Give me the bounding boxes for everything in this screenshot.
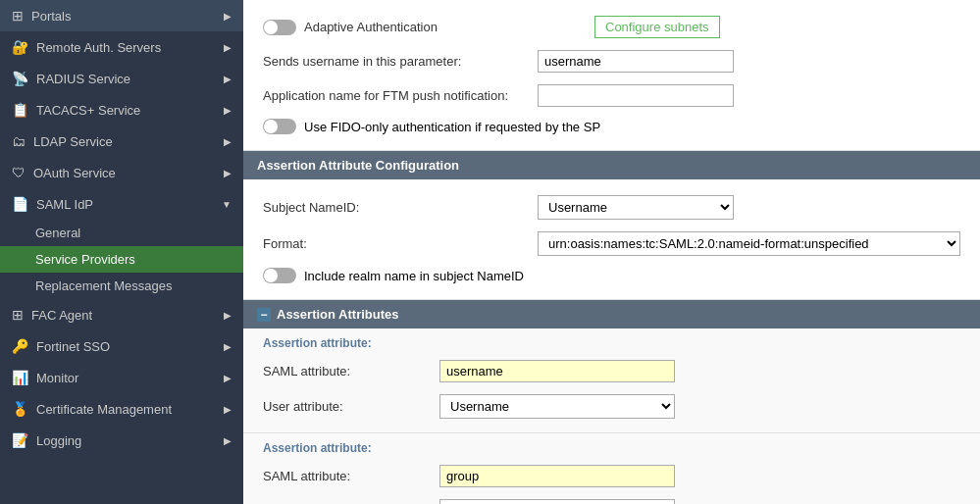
subject-nameid-row: Subject NameID: Username Email Custom bbox=[263, 189, 960, 226]
sidebar-item-logging[interactable]: 📝 Logging ▶ bbox=[0, 425, 243, 456]
sidebar-item-monitor[interactable]: 📊 Monitor ▶ bbox=[0, 362, 243, 393]
assertion-attr-1-block: Assertion attribute: SAML attribute: Use… bbox=[243, 328, 980, 433]
sidebar-item-label: TACACS+ Service bbox=[36, 103, 140, 118]
assertion-attr-1-label: Assertion attribute: bbox=[263, 336, 960, 354]
fido-toggle[interactable] bbox=[263, 119, 296, 134]
format-label: Format: bbox=[263, 236, 538, 251]
top-settings-block: Adaptive Authentication Configure subnet… bbox=[243, 0, 980, 151]
assertion-attrs-header-text: Assertion Attributes bbox=[277, 307, 398, 322]
saml-attr-2-row: SAML attribute: bbox=[263, 459, 960, 493]
chevron-right-icon: ▶ bbox=[224, 341, 232, 352]
sends-username-input[interactable] bbox=[538, 50, 734, 73]
subject-nameid-select[interactable]: Username Email Custom bbox=[538, 195, 734, 220]
sidebar-item-certificate-management[interactable]: 🏅 Certificate Management ▶ bbox=[0, 393, 243, 425]
sidebar: ⊞ Portals ▶ 🔐 Remote Auth. Servers ▶ 📡 R… bbox=[0, 0, 243, 504]
user-attr-1-select[interactable]: Username Email Group bbox=[439, 394, 675, 419]
sidebar-item-label: Certificate Management bbox=[36, 402, 172, 417]
sidebar-item-label: Replacement Messages bbox=[35, 278, 172, 293]
chevron-right-icon: ▶ bbox=[224, 105, 232, 116]
sidebar-item-label: General bbox=[35, 226, 80, 240]
include-realm-label: Include realm name in subject NameID bbox=[304, 269, 524, 283]
saml-icon: 📄 bbox=[12, 196, 28, 212]
fac-icon: ⊞ bbox=[12, 307, 24, 323]
toggle-thumb-realm bbox=[264, 269, 278, 282]
toggle-track-realm bbox=[263, 268, 296, 283]
user-attr-1-row: User attribute: Username Email Group bbox=[263, 388, 960, 425]
include-realm-toggle[interactable] bbox=[263, 268, 296, 283]
sidebar-item-replacement-messages[interactable]: Replacement Messages bbox=[0, 273, 243, 299]
logging-icon: 📝 bbox=[12, 432, 28, 448]
adaptive-auth-toggle[interactable] bbox=[263, 20, 296, 35]
sidebar-item-label: Fortinet SSO bbox=[36, 339, 110, 354]
radius-icon: 📡 bbox=[12, 71, 28, 86]
remote-auth-icon: 🔐 bbox=[12, 39, 28, 55]
monitor-icon: 📊 bbox=[12, 370, 28, 385]
sidebar-item-label: OAuth Service bbox=[33, 166, 116, 180]
cert-icon: 🏅 bbox=[12, 401, 28, 417]
fido-row: Use FIDO-only authentication if requeste… bbox=[263, 113, 960, 140]
sidebar-item-saml-idp[interactable]: 📄 SAML IdP ▼ bbox=[0, 188, 243, 220]
assertion-attr-2-label: Assertion attribute: bbox=[263, 441, 960, 459]
sidebar-item-label: Service Providers bbox=[35, 252, 135, 267]
sends-username-label: Sends username in this parameter: bbox=[263, 54, 538, 69]
toggle-thumb-fido bbox=[264, 120, 278, 133]
saml-attr-1-input[interactable] bbox=[439, 360, 675, 382]
adaptive-auth-row: Adaptive Authentication Configure subnet… bbox=[263, 10, 960, 44]
saml-attr-1-row: SAML attribute: bbox=[263, 354, 960, 388]
tacacs-icon: 📋 bbox=[12, 102, 28, 118]
sidebar-item-label: RADIUS Service bbox=[36, 72, 130, 86]
chevron-right-icon: ▶ bbox=[224, 373, 232, 383]
configure-subnets-button[interactable]: Configure subnets bbox=[594, 16, 720, 38]
user-attr-2-row: User attribute: Group Username Email bbox=[263, 493, 960, 504]
fido-label: Use FIDO-only authentication if requeste… bbox=[304, 120, 600, 134]
toggle-track-fido bbox=[263, 119, 296, 134]
user-attr-1-label: User attribute: bbox=[263, 399, 439, 414]
user-attr-2-select[interactable]: Group Username Email bbox=[439, 499, 675, 504]
app-name-input[interactable] bbox=[538, 84, 734, 107]
format-select[interactable]: urn:oasis:names:tc:SAML:2.0:nameid-forma… bbox=[538, 231, 960, 256]
sidebar-item-fac-agent[interactable]: ⊞ FAC Agent ▶ bbox=[0, 299, 243, 330]
sidebar-item-remote-auth-servers[interactable]: 🔐 Remote Auth. Servers ▶ bbox=[0, 31, 243, 63]
sidebar-item-portals[interactable]: ⊞ Portals ▶ bbox=[0, 0, 243, 31]
main-content: Adaptive Authentication Configure subnet… bbox=[243, 0, 980, 504]
sidebar-item-label: Logging bbox=[36, 433, 81, 448]
assertion-config-header: Assertion Attribute Configuration bbox=[243, 151, 980, 179]
sidebar-item-service-providers[interactable]: Service Providers bbox=[0, 246, 243, 273]
sidebar-item-oauth-service[interactable]: 🛡 OAuth Service ▶ bbox=[0, 157, 243, 188]
chevron-right-icon: ▶ bbox=[224, 310, 232, 321]
include-realm-row: Include realm name in subject NameID bbox=[263, 262, 960, 289]
sidebar-item-label: Portals bbox=[31, 9, 71, 24]
ldap-icon: 🗂 bbox=[12, 133, 26, 149]
sidebar-item-label: Remote Auth. Servers bbox=[36, 40, 161, 55]
saml-attr-2-label: SAML attribute: bbox=[263, 469, 439, 483]
sidebar-item-label: LDAP Service bbox=[33, 134, 113, 149]
format-row: Format: urn:oasis:names:tc:SAML:2.0:name… bbox=[263, 226, 960, 262]
portals-icon: ⊞ bbox=[12, 8, 24, 24]
collapse-icon[interactable]: − bbox=[257, 308, 271, 322]
chevron-right-icon: ▶ bbox=[224, 404, 232, 415]
saml-attr-2-input[interactable] bbox=[439, 465, 675, 487]
sidebar-item-ldap-service[interactable]: 🗂 LDAP Service ▶ bbox=[0, 126, 243, 157]
chevron-right-icon: ▶ bbox=[224, 11, 232, 22]
chevron-right-icon: ▶ bbox=[224, 136, 232, 147]
chevron-right-icon: ▶ bbox=[224, 74, 232, 84]
assertion-attrs-header: − Assertion Attributes bbox=[243, 300, 980, 328]
assertion-config-block: Subject NameID: Username Email Custom Fo… bbox=[243, 179, 980, 300]
sidebar-item-label: Monitor bbox=[36, 371, 78, 385]
app-name-row: Application name for FTM push notificati… bbox=[263, 78, 960, 113]
assertion-attr-2-block: Assertion attribute: SAML attribute: Use… bbox=[243, 433, 980, 504]
sidebar-item-tacacs-service[interactable]: 📋 TACACS+ Service ▶ bbox=[0, 94, 243, 126]
oauth-icon: 🛡 bbox=[12, 165, 26, 180]
fortinet-sso-icon: 🔑 bbox=[12, 338, 28, 354]
subject-nameid-label: Subject NameID: bbox=[263, 200, 538, 215]
sidebar-item-radius-service[interactable]: 📡 RADIUS Service ▶ bbox=[0, 63, 243, 94]
sidebar-item-label: FAC Agent bbox=[31, 308, 92, 323]
saml-attr-1-label: SAML attribute: bbox=[263, 364, 439, 378]
sidebar-item-fortinet-sso[interactable]: 🔑 Fortinet SSO ▶ bbox=[0, 330, 243, 362]
chevron-right-icon: ▶ bbox=[224, 435, 232, 446]
chevron-right-icon: ▶ bbox=[224, 168, 232, 178]
app-name-label: Application name for FTM push notificati… bbox=[263, 88, 538, 103]
assertion-config-header-text: Assertion Attribute Configuration bbox=[257, 158, 459, 173]
sends-username-row: Sends username in this parameter: bbox=[263, 44, 960, 78]
sidebar-item-general[interactable]: General bbox=[0, 220, 243, 246]
